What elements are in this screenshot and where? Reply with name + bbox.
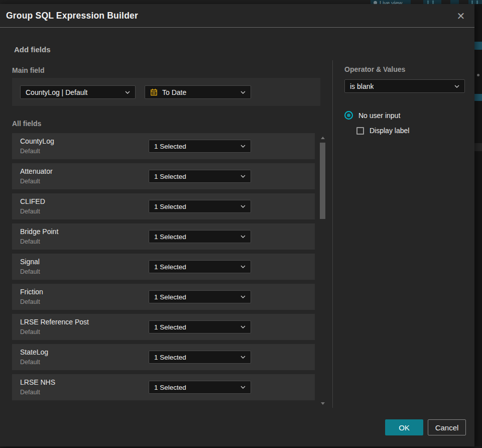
field-row-selected: 1 Selected [154,384,186,391]
field-row-name: Bridge Point [20,228,58,236]
field-row-name: LRSE NHS [20,378,55,386]
field-row-sub: Default [20,359,40,366]
field-row-selected: 1 Selected [154,263,186,271]
chevron-down-icon [240,356,246,359]
main-field-container: CountyLog | Default To Date [12,78,320,106]
add-fields-heading: Add fields [14,45,51,54]
operator-select[interactable]: is blank [344,79,465,93]
field-row: CLIFED Default 1 Selected [12,193,315,219]
field-row: Bridge Point Default 1 Selected [12,223,315,250]
background-app-fragment [474,94,482,101]
operator-select-value: is blank [350,82,374,90]
field-row-selected-dropdown[interactable]: 1 Selected [149,230,251,243]
main-field-type-select[interactable]: To Date [145,85,251,99]
field-row-selected-dropdown[interactable]: 1 Selected [149,351,251,364]
chevron-down-icon [240,295,246,298]
chevron-down-icon [240,386,246,389]
field-row: LRSE Reference Post Default 1 Selected [12,314,315,340]
background-app-topbar: Live view [0,0,482,4]
field-row-selected: 1 Selected [154,354,186,361]
background-app-fragment [477,74,479,76]
field-row-selected: 1 Selected [154,323,186,331]
chevron-down-icon [240,235,246,238]
chevron-down-icon [240,265,246,268]
field-row-sub: Default [20,298,40,305]
field-row-name: StateLog [20,348,48,356]
scroll-up-icon[interactable] [321,137,325,139]
pause-bar-icon [427,1,429,4]
chevron-down-icon [240,325,246,328]
field-row-sub: Default [20,238,40,245]
field-row-name: Signal [20,258,40,266]
live-view-chip: Live view [371,0,411,4]
chevron-down-icon [240,145,246,148]
chevron-down-icon [240,91,246,94]
field-row-selected-dropdown[interactable]: 1 Selected [149,320,251,333]
field-row: Signal Default 1 Selected [12,254,315,280]
chevron-down-icon [454,85,459,88]
field-row-selected-dropdown[interactable]: 1 Selected [149,260,251,273]
chevron-down-icon [240,205,246,208]
cancel-button[interactable]: Cancel [428,419,466,435]
chevron-down-icon [240,175,246,178]
scroll-down-icon[interactable] [321,402,325,405]
field-row-selected: 1 Selected [154,233,186,241]
field-row-selected-dropdown[interactable]: 1 Selected [149,200,251,213]
no-user-input-label: No user input [358,111,400,120]
close-icon[interactable]: ✕ [452,4,469,28]
field-row: StateLog Default 1 Selected [12,344,315,370]
group-sql-expression-builder-dialog: Group SQL Expression Builder ✕ Add field… [0,4,474,446]
field-row-name: CLIFED [20,197,45,205]
scrollbar-thumb[interactable] [320,143,325,219]
all-fields-list: CountyLog Default 1 Selected Attenuator … [12,133,315,404]
calendar-date-icon [150,88,158,96]
field-row-selected: 1 Selected [154,203,186,210]
field-row-selected-dropdown[interactable]: 1 Selected [149,290,251,303]
field-row-sub: Default [20,268,40,275]
all-fields-scrollbar[interactable] [319,133,326,406]
field-row-selected-dropdown[interactable]: 1 Selected [149,381,251,394]
field-row-sub: Default [20,148,40,155]
ok-button[interactable]: OK [385,419,423,435]
field-row-name: Friction [20,288,43,296]
field-row-selected: 1 Selected [154,143,186,150]
field-row-name: LRSE Reference Post [20,318,89,326]
field-row-sub: Default [20,328,40,335]
main-field-type-value: To Date [162,88,186,96]
main-field-select-value: CountyLog | Default [26,88,88,96]
pause-bar-icon [476,1,478,4]
pause-bar-icon [471,1,473,4]
field-row-name: CountyLog [20,137,54,145]
field-row: Friction Default 1 Selected [12,284,315,310]
field-row: CountyLog Default 1 Selected [12,133,315,159]
main-field-select[interactable]: CountyLog | Default [20,85,136,99]
field-row-selected: 1 Selected [154,293,186,301]
display-label-option[interactable]: Display label [356,127,409,135]
no-user-input-option[interactable]: No user input [344,111,400,120]
background-app-edge [474,4,482,446]
field-row: LRSE NHS Default 1 Selected [12,374,315,400]
live-view-label: Live view [380,0,402,4]
operator-values-label: Operator & Values [344,65,405,73]
field-row-name: Attenuator [20,167,53,175]
field-row: Attenuator Default 1 Selected [12,163,315,189]
checkbox-icon[interactable] [356,127,364,135]
dialog-titlebar: Group SQL Expression Builder ✕ [0,4,474,28]
dialog-title: Group SQL Expression Builder [6,4,138,28]
main-field-label: Main field [12,66,45,74]
display-label-label: Display label [370,127,409,135]
field-row-sub: Default [20,208,40,215]
field-row-selected-dropdown[interactable]: 1 Selected [149,170,251,183]
field-row-sub: Default [20,178,40,185]
background-toolbar-fragment [468,0,482,4]
background-toolbar-fragment [450,0,459,4]
background-toolbar-fragment [423,0,441,4]
all-fields-label: All fields [12,120,41,128]
field-row-selected: 1 Selected [154,173,186,180]
chevron-down-icon [125,91,130,94]
radio-button-icon[interactable] [344,111,353,120]
field-row-sub: Default [20,389,40,396]
background-app-fragment [474,143,482,151]
pause-bar-icon [432,1,434,4]
field-row-selected-dropdown[interactable]: 1 Selected [149,140,251,153]
